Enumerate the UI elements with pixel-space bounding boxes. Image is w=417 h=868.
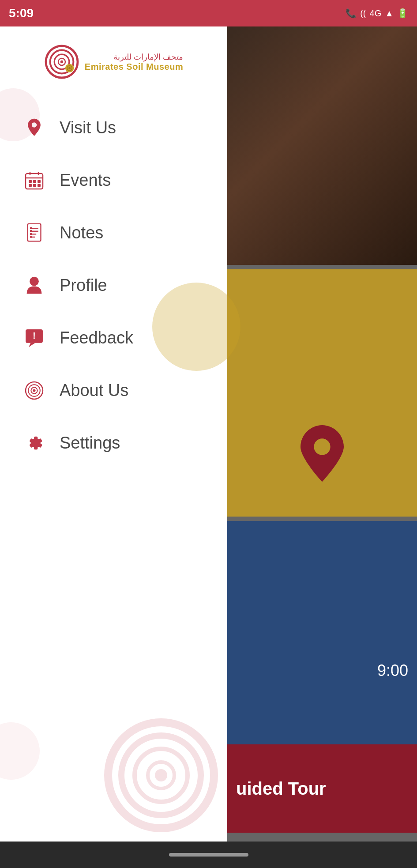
status-bar: 5:09 📞 (( 4G ▲ 🔋	[0, 0, 417, 26]
logo-area: متحف الإمارات للتربة Emirates Soil Museu…	[0, 26, 227, 93]
notes-icon	[22, 221, 46, 245]
battery-icon: 🔋	[397, 8, 408, 19]
menu-label-feedback: Feedback	[60, 328, 133, 347]
menu-label-profile: Profile	[60, 276, 107, 295]
svg-rect-21	[38, 180, 41, 183]
calendar-icon	[22, 168, 46, 192]
network-4g-icon: 4G	[370, 8, 382, 19]
menu-item-settings[interactable]: Settings	[0, 417, 227, 469]
feedback-icon: !	[22, 326, 46, 350]
signal-bars-icon: ▲	[385, 8, 394, 19]
bg-card-gold	[227, 269, 417, 517]
svg-rect-31	[30, 230, 32, 232]
museum-logo-icon	[44, 44, 79, 79]
status-time: 5:09	[9, 6, 34, 20]
svg-point-0	[314, 438, 330, 455]
wifi-icon: ((	[360, 8, 366, 19]
info-circle-icon	[22, 378, 46, 403]
svg-rect-25	[28, 224, 41, 241]
svg-rect-22	[29, 184, 32, 187]
gear-icon	[22, 431, 46, 455]
menu-label-about-us: About Us	[60, 381, 128, 400]
svg-point-10	[60, 60, 63, 63]
menu-label-notes: Notes	[60, 223, 103, 242]
bottom-navigation-bar	[0, 842, 417, 868]
svg-rect-32	[30, 233, 32, 235]
svg-text:!: !	[33, 330, 36, 340]
status-icons: 📞 (( 4G ▲ 🔋	[346, 8, 408, 19]
bg-time-text: 9:00	[377, 661, 408, 680]
bg-card-red: uided Tour	[227, 744, 417, 833]
menu-item-about-us[interactable]: About Us	[0, 364, 227, 417]
person-icon	[22, 273, 46, 298]
menu-item-events[interactable]: Events	[0, 154, 227, 207]
svg-rect-23	[33, 184, 36, 187]
menu-label-visit-us: Visit Us	[60, 118, 116, 137]
logo-english-text: Emirates Soil Museum	[85, 62, 183, 72]
phone-call-icon: 📞	[346, 8, 357, 19]
bg-photo-top	[227, 26, 417, 265]
decor-circle-bottom-right	[104, 718, 218, 833]
svg-rect-24	[38, 184, 41, 187]
bg-card-blue: 9:00	[227, 521, 417, 768]
bg-guided-tour-text: uided Tour	[236, 779, 326, 799]
navigation-drawer: متحف الإمارات للتربة Emirates Soil Museu…	[0, 0, 227, 868]
svg-point-5	[155, 769, 167, 781]
svg-rect-20	[33, 180, 36, 183]
menu-label-settings: Settings	[60, 434, 120, 453]
svg-rect-19	[29, 180, 32, 183]
logo-container: متحف الإمارات للتربة Emirates Soil Museu…	[44, 44, 183, 79]
svg-point-13	[68, 67, 71, 69]
decor-circle-mid-right	[152, 283, 240, 371]
home-indicator[interactable]	[169, 853, 248, 857]
menu-label-events: Events	[60, 171, 111, 190]
svg-rect-33	[30, 236, 32, 238]
svg-rect-30	[30, 227, 32, 229]
menu-item-notes[interactable]: Notes	[0, 207, 227, 259]
svg-point-40	[33, 389, 35, 392]
logo-arabic-text: متحف الإمارات للتربة	[85, 52, 183, 62]
svg-point-34	[30, 277, 39, 286]
bg-location-pin-icon	[296, 425, 349, 499]
logo-text: متحف الإمارات للتربة Emirates Soil Museu…	[85, 52, 183, 72]
